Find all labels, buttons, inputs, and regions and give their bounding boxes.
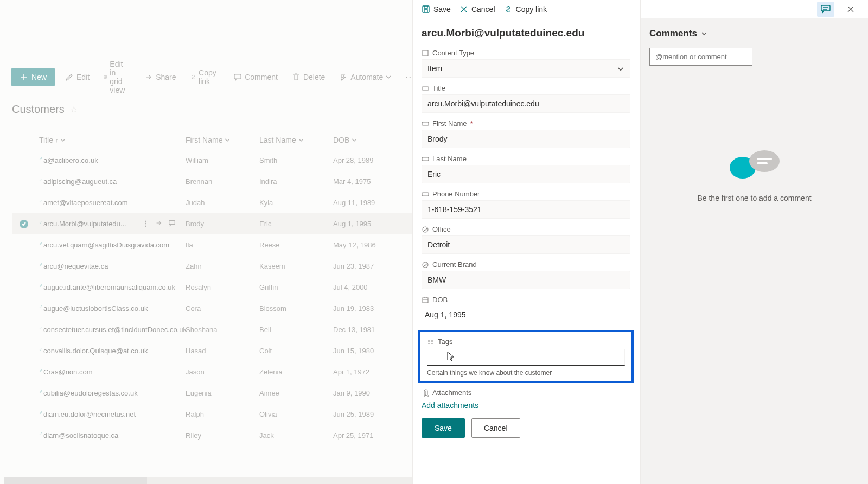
row-selected-icon[interactable]	[20, 220, 28, 228]
cell-dob: Aug 1, 1995	[333, 220, 414, 228]
table-row[interactable]: ⇗augue@luctuslobortisClass.co.ukCoraBlos…	[12, 298, 412, 319]
form-save-button[interactable]: Save	[422, 418, 465, 438]
panel-copylink-button[interactable]: Copy link	[504, 5, 547, 14]
panel-cancel-button[interactable]: Cancel	[459, 5, 495, 14]
delete-label: Delete	[303, 73, 325, 81]
edit-grid-button[interactable]: Edit in grid view	[99, 56, 135, 98]
table-row[interactable]: ⇗augue.id.ante@liberomaurisaliquam.co.uk…	[12, 277, 412, 298]
close-panel-button[interactable]	[842, 2, 859, 17]
cell-first-name: Ralph	[186, 410, 259, 418]
copy-link-button[interactable]: Copy link	[186, 65, 224, 89]
list-title-row: Customers ☆	[12, 103, 78, 116]
cell-first-name: Ila	[186, 241, 259, 249]
col-title[interactable]: Title ↑	[39, 136, 186, 144]
automate-button[interactable]: Automate	[335, 69, 395, 85]
choice-icon	[422, 226, 429, 233]
main-list-area: New Edit Edit in grid view Share Copy li…	[0, 0, 412, 484]
svg-rect-11	[423, 298, 428, 303]
office-input[interactable]	[422, 235, 630, 254]
command-bar: New Edit Edit in grid view Share Copy li…	[11, 65, 412, 89]
comment-input[interactable]	[649, 48, 752, 66]
comment-button[interactable]: Comment	[229, 69, 282, 85]
favorite-star-icon[interactable]: ☆	[70, 104, 78, 114]
new-button[interactable]: New	[11, 68, 55, 86]
field-attachments: Attachments Add attachments	[422, 389, 630, 410]
panel-title: arcu.Morbi@vulputateduinec.edu	[422, 27, 630, 39]
cell-first-name: Zahir	[186, 262, 259, 270]
last-name-input[interactable]	[422, 165, 630, 183]
table-row[interactable]: ⇗consectetuer.cursus.et@tinciduntDonec.c…	[12, 319, 412, 340]
cell-last-name: Jack	[259, 431, 333, 440]
horizontal-scrollbar[interactable]	[4, 477, 412, 484]
grid-header: Title ↑ First Name Last Name DOB	[12, 130, 412, 150]
cell-first-name: Jason	[186, 368, 259, 376]
cell-first-name: Hasad	[186, 347, 259, 355]
tags-icon	[427, 338, 435, 346]
form-cancel-button[interactable]: Cancel	[471, 418, 520, 438]
phone-input[interactable]	[422, 200, 630, 219]
cell-title[interactable]: ⇗diam@sociisnatoque.ca	[39, 431, 186, 440]
comments-toggle-button[interactable]	[817, 2, 834, 17]
first-name-input[interactable]	[422, 130, 630, 148]
col-lastname[interactable]: Last Name	[259, 136, 333, 144]
table-row[interactable]: ⇗cubilia@eudoloregestas.co.ukEugeniaAime…	[12, 383, 412, 404]
table-row[interactable]: ⇗convallis.dolor.Quisque@at.co.ukHasadCo…	[12, 340, 412, 361]
panel-form[interactable]: arcu.Morbi@vulputateduinec.edu Content T…	[413, 18, 640, 484]
cell-title[interactable]: ⇗Cras@non.com	[39, 368, 186, 376]
share-button[interactable]: Share	[140, 69, 180, 85]
cell-dob: Jun 15, 1980	[333, 347, 414, 355]
content-type-select[interactable]: Item	[422, 59, 630, 78]
delete-button[interactable]: Delete	[288, 69, 329, 85]
cell-title[interactable]: ⇗a@aclibero.co.uk	[39, 156, 186, 164]
title-input[interactable]	[422, 94, 630, 113]
comments-header[interactable]: Comments	[641, 18, 868, 44]
new-button-label: New	[31, 73, 47, 81]
table-row[interactable]: ⇗amet@vitaeposuereat.comJudahKylaAug 11,…	[12, 192, 412, 213]
table-row[interactable]: ⇗adipiscing@augueut.caBrennanIndiraMar 4…	[12, 171, 412, 192]
col-firstname[interactable]: First Name	[186, 136, 259, 144]
cell-dob: Dec 13, 1981	[333, 326, 414, 334]
cell-title[interactable]: ⇗convallis.dolor.Quisque@at.co.uk	[39, 347, 186, 355]
table-row[interactable]: ⇗arcu@nequevitae.caZahirKaseemJun 23, 19…	[12, 256, 412, 277]
col-dob[interactable]: DOB	[333, 136, 414, 144]
tags-help-text: Certain things we know about the custome…	[427, 369, 625, 377]
panel-save-button[interactable]: Save	[422, 5, 451, 14]
panel-header-actions	[641, 0, 868, 18]
comments-pane: Comments Be the first one to add a comme…	[640, 0, 868, 484]
cell-first-name: Rosalyn	[186, 283, 259, 291]
row-more-icon[interactable]: ⋮	[142, 219, 150, 228]
text-field-icon	[422, 120, 429, 128]
cell-title[interactable]: ⇗adipiscing@augueut.ca	[39, 177, 186, 186]
cell-first-name: Brody	[186, 220, 259, 228]
svg-point-9	[423, 227, 428, 232]
cell-title[interactable]: ⇗amet@vitaeposuereat.com	[39, 199, 186, 207]
table-row[interactable]: ⇗a@aclibero.co.ukWilliamSmithApr 28, 198…	[12, 150, 412, 171]
comments-illustration	[730, 150, 780, 179]
table-row[interactable]: ⇗diam.eu.dolor@necmetus.netRalphOliviaJu…	[12, 404, 412, 425]
cell-title[interactable]: ⇗cubilia@eudoloregestas.co.uk	[39, 389, 186, 397]
edit-grid-label: Edit in grid view	[110, 60, 130, 94]
comments-empty-text: Be the first one to add a comment	[641, 194, 868, 202]
chevron-down-icon	[298, 137, 304, 143]
tags-input[interactable]: —	[427, 349, 625, 366]
brand-input[interactable]	[422, 271, 630, 289]
table-row[interactable]: ⇗diam@sociisnatoque.caRileyJackApr 25, 1…	[12, 425, 412, 446]
svg-rect-6	[422, 122, 429, 125]
table-row[interactable]: ⇗Cras@non.comJasonZeleniaApr 1, 1972	[12, 361, 412, 383]
svg-rect-2	[169, 221, 175, 225]
cell-title[interactable]: ⇗augue.id.ante@liberomaurisaliquam.co.uk	[39, 283, 186, 291]
table-row[interactable]: ⇗arcu.Morbi@vulputatedu...BrodyEricAug 1…	[12, 213, 412, 234]
add-attachments-link[interactable]: Add attachments	[422, 401, 478, 410]
cell-title[interactable]: ⇗arcu@nequevitae.ca	[39, 262, 186, 270]
edit-button[interactable]: Edit	[61, 69, 94, 85]
table-row[interactable]: ⇗arcu.vel.quam@sagittisDuisgravida.comIl…	[12, 234, 412, 256]
cell-title[interactable]: ⇗arcu.vel.quam@sagittisDuisgravida.com	[39, 241, 186, 249]
cell-title[interactable]: ⇗consectetuer.cursus.et@tinciduntDonec.c…	[39, 326, 186, 334]
cell-title[interactable]: ⇗diam.eu.dolor@necmetus.net	[39, 410, 186, 418]
cell-last-name: Aimee	[259, 389, 333, 397]
date-icon	[422, 296, 429, 304]
row-share-icon[interactable]	[155, 219, 163, 228]
dob-input[interactable]	[422, 306, 630, 323]
cell-title[interactable]: ⇗augue@luctuslobortisClass.co.uk	[39, 304, 186, 313]
row-comment-icon[interactable]	[168, 219, 176, 228]
